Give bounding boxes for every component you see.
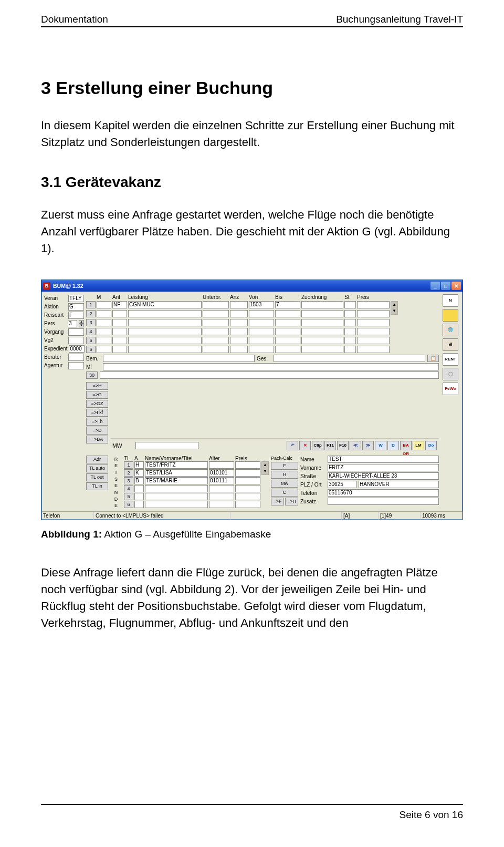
pax-name[interactable]: TEST/LISA: [145, 469, 208, 477]
pax-preis[interactable]: [235, 469, 260, 477]
cell-von-1[interactable]: 1503: [249, 301, 274, 308]
pax-num[interactable]: 4: [124, 485, 133, 492]
tool-clip[interactable]: Clip: [312, 441, 323, 450]
cell-anf-1[interactable]: NF: [112, 301, 127, 308]
pax-a[interactable]: K: [134, 469, 144, 477]
tool-lm[interactable]: LM: [413, 441, 424, 450]
tool-do[interactable]: Do: [425, 441, 437, 450]
pax-num[interactable]: 5: [124, 493, 133, 500]
tool-w[interactable]: W: [375, 441, 386, 450]
input-mw[interactable]: [135, 442, 198, 449]
input-agentur[interactable]: [68, 362, 84, 369]
pax-alter[interactable]: [209, 485, 234, 492]
cell-leistung-1[interactable]: CGN MUC: [128, 301, 202, 308]
tool-next-fast[interactable]: ≫: [362, 441, 374, 450]
pax-preis[interactable]: [235, 461, 260, 469]
pax-alter[interactable]: [209, 461, 234, 469]
pack-fwdf[interactable]: =>F: [271, 498, 284, 505]
input-berater[interactable]: [68, 354, 84, 361]
action-g[interactable]: =>G: [86, 391, 108, 399]
btn-30[interactable]: 30: [86, 371, 98, 379]
pax-alter[interactable]: 010101: [209, 469, 234, 477]
pax-scrollbar[interactable]: ▲▼: [261, 461, 269, 475]
pax-a[interactable]: B: [134, 477, 144, 484]
maximize-button[interactable]: □: [441, 282, 450, 290]
action-ba[interactable]: =>BA: [86, 436, 108, 443]
action-ikf[interactable]: =>I kf: [86, 409, 108, 417]
minimize-button[interactable]: _: [430, 282, 440, 290]
addr-plz[interactable]: 30625: [328, 481, 356, 488]
pack-c[interactable]: C: [271, 489, 298, 497]
pax-preis[interactable]: [235, 477, 260, 484]
pax-preis[interactable]: [235, 493, 260, 500]
tool-f10[interactable]: F10: [337, 441, 349, 450]
icon-print[interactable]: 🖨: [443, 338, 458, 351]
addr-zusatz[interactable]: [328, 498, 439, 505]
pax-preis[interactable]: [235, 501, 260, 508]
rownum-4[interactable]: 4: [86, 328, 96, 335]
rownum-6[interactable]: 6: [86, 346, 96, 353]
btn-tlout[interactable]: TL out: [86, 473, 108, 481]
input-expedient[interactable]: 0000: [69, 345, 85, 353]
pax-name[interactable]: [145, 485, 208, 492]
icon-n[interactable]: N: [443, 294, 458, 307]
pax-num[interactable]: 3: [124, 477, 133, 484]
input-bem[interactable]: [103, 355, 255, 362]
input-aktion[interactable]: G: [68, 303, 84, 311]
addr-vorname[interactable]: FRITZ: [328, 464, 439, 471]
cell-zuordnung-1[interactable]: [301, 301, 343, 308]
pax-num[interactable]: 2: [124, 469, 133, 477]
rownum-2[interactable]: 2: [86, 310, 96, 317]
action-ih[interactable]: =>I h: [86, 418, 108, 426]
pax-alter[interactable]: [209, 501, 234, 508]
input-30[interactable]: [100, 371, 439, 379]
close-button[interactable]: ✕: [452, 282, 461, 290]
pax-alter[interactable]: [209, 493, 234, 500]
input-mf[interactable]: [103, 363, 439, 370]
icon-rent[interactable]: RENT: [443, 353, 458, 366]
action-d[interactable]: =>D: [86, 427, 108, 435]
btn-adr[interactable]: Adr: [86, 456, 108, 463]
addr-ort[interactable]: HANNOVER: [359, 481, 439, 488]
input-pers[interactable]: 3: [68, 320, 77, 327]
pack-mw[interactable]: Mw: [271, 480, 298, 488]
pax-name[interactable]: TEST/FRITZ: [145, 461, 208, 469]
input-veran[interactable]: TFLY: [68, 295, 84, 302]
rownum-1[interactable]: 1: [86, 301, 96, 308]
pax-num[interactable]: 1: [124, 461, 133, 469]
tool-d[interactable]: D: [387, 441, 399, 450]
input-ges[interactable]: [274, 355, 425, 362]
rownum-3[interactable]: 3: [86, 319, 96, 326]
pax-name[interactable]: [145, 493, 208, 500]
pax-num[interactable]: 6: [124, 501, 133, 508]
cell-st-1[interactable]: [344, 301, 356, 308]
cell-m-1[interactable]: [97, 301, 111, 308]
addr-strasse[interactable]: KARL-WIECHERT-ALLEE 23: [328, 472, 439, 480]
cell-bis-1[interactable]: 7: [275, 301, 300, 308]
icon-yellow[interactable]: [443, 309, 458, 322]
tool-prev-fast[interactable]: ≪: [350, 441, 361, 450]
cell-anz-1[interactable]: [230, 301, 248, 308]
tool-close[interactable]: ✕: [299, 441, 311, 450]
pack-fwdh[interactable]: =>H: [285, 498, 298, 505]
icon-fewo[interactable]: FeWo: [443, 383, 458, 395]
cell-unterbr-1[interactable]: [203, 301, 229, 308]
pax-name[interactable]: TEST/MARIE: [145, 477, 208, 484]
pax-name[interactable]: [145, 501, 208, 508]
action-h[interactable]: =>H: [86, 382, 108, 390]
pax-a[interactable]: [134, 485, 144, 492]
btn-tlauto[interactable]: TL auto: [86, 464, 108, 472]
icon-globe[interactable]: 🌐: [443, 324, 458, 336]
pack-f[interactable]: F: [271, 462, 298, 470]
copy-button[interactable]: 📋: [427, 355, 439, 362]
input-reiseart[interactable]: F: [68, 312, 84, 319]
tool-baor[interactable]: BA OR: [400, 441, 412, 450]
pax-a[interactable]: [134, 493, 144, 500]
pax-a[interactable]: H: [134, 461, 144, 469]
pax-a[interactable]: [134, 501, 144, 508]
input-vg2[interactable]: [68, 337, 84, 344]
addr-telefon[interactable]: 05115670: [328, 489, 439, 497]
btn-tlin[interactable]: TL in: [86, 482, 108, 490]
action-gz[interactable]: =>GZ: [86, 400, 108, 408]
cell-preis-1[interactable]: [357, 301, 390, 308]
